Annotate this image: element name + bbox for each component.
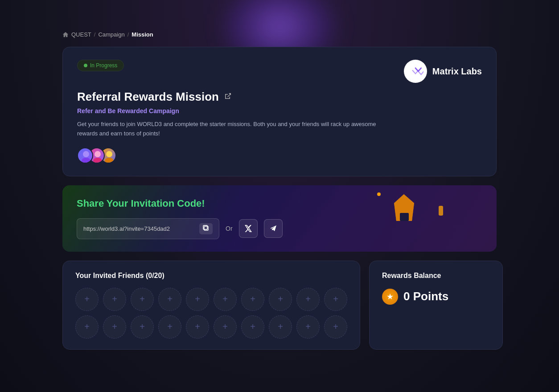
friend-slot[interactable]: +: [158, 315, 181, 339]
breadcrumb-campaign[interactable]: Campaign: [98, 31, 124, 38]
friends-card: Your Invited Friends (0/20) ++++++++++++…: [62, 261, 360, 350]
svg-point-2: [82, 158, 90, 163]
breadcrumb-sep1: /: [94, 31, 96, 38]
breadcrumb-mission: Mission: [132, 31, 153, 38]
svg-point-5: [106, 151, 112, 157]
mission-title: Referral Rewards Mission: [77, 90, 219, 104]
breadcrumb: QUEST / Campaign / Mission: [62, 31, 497, 38]
invitation-controls: https://world3.ai?invite=7345dad2 Or: [77, 218, 482, 239]
brand-name: Matrix Labs: [432, 66, 482, 77]
friend-slot[interactable]: +: [186, 315, 209, 339]
friend-slot[interactable]: +: [131, 288, 154, 311]
friend-slot[interactable]: +: [241, 315, 264, 339]
breadcrumb-quest[interactable]: QUEST: [71, 31, 91, 38]
brand-logo: [404, 60, 427, 83]
bottom-row: Your Invited Friends (0/20) ++++++++++++…: [62, 261, 497, 350]
telegram-share-button[interactable]: [264, 219, 283, 238]
friend-slot[interactable]: +: [103, 315, 126, 339]
friend-slot[interactable]: +: [324, 288, 347, 311]
friend-slot[interactable]: +: [131, 315, 154, 339]
friends-grid: ++++++++++++++++++++: [75, 288, 347, 339]
friend-slot[interactable]: +: [296, 315, 320, 339]
points-row: ★ 0 Points: [382, 289, 490, 305]
friend-slot[interactable]: +: [214, 288, 237, 311]
friend-slot[interactable]: +: [296, 288, 320, 311]
svg-point-3: [95, 151, 101, 157]
friend-slot[interactable]: +: [186, 288, 209, 311]
friend-slot[interactable]: +: [75, 315, 99, 339]
invitation-title: Share Your Invitation Code!: [77, 198, 482, 209]
svg-point-4: [93, 158, 102, 163]
friend-slot[interactable]: +: [214, 315, 237, 339]
mission-description: Get your friends to join WORLD3 and comp…: [77, 120, 398, 139]
invite-url-text: https://world3.ai?invite=7345dad2: [83, 225, 195, 232]
avatars-row: [77, 147, 482, 163]
friend-slot[interactable]: +: [241, 288, 264, 311]
or-label: Or: [226, 225, 233, 232]
breadcrumb-sep2: /: [127, 31, 129, 38]
star-icon: ★: [382, 289, 398, 305]
friend-slot[interactable]: +: [158, 288, 181, 311]
invite-url-box: https://world3.ai?invite=7345dad2: [77, 218, 219, 239]
mission-subtitle: Refer and Be Rewarded Campaign: [77, 107, 482, 114]
status-dot: [84, 64, 87, 67]
friends-title: Your Invited Friends (0/20): [75, 272, 347, 280]
svg-point-0: [407, 63, 423, 79]
points-value: 0 Points: [403, 290, 448, 303]
mission-card: In Progress Matrix Labs Referr: [62, 47, 497, 176]
friend-slot[interactable]: +: [324, 315, 347, 339]
rewards-title: Rewards Balance: [382, 272, 490, 280]
svg-point-6: [105, 158, 114, 163]
twitter-share-button[interactable]: [239, 219, 258, 238]
brand-section: Matrix Labs: [404, 60, 482, 83]
friend-slot[interactable]: +: [75, 288, 99, 311]
home-icon: [62, 32, 69, 38]
invitation-card: Share Your Invitation Code! https://worl…: [62, 185, 497, 252]
svg-point-1: [83, 151, 89, 157]
avatar-1: [77, 147, 93, 163]
status-badge: In Progress: [77, 60, 124, 71]
external-link-icon[interactable]: [224, 93, 231, 102]
friend-slot[interactable]: +: [103, 288, 126, 311]
rewards-card: Rewards Balance ★ 0 Points: [369, 261, 503, 350]
friend-slot[interactable]: +: [269, 288, 292, 311]
friend-slot[interactable]: +: [269, 315, 292, 339]
copy-button[interactable]: [199, 223, 213, 234]
